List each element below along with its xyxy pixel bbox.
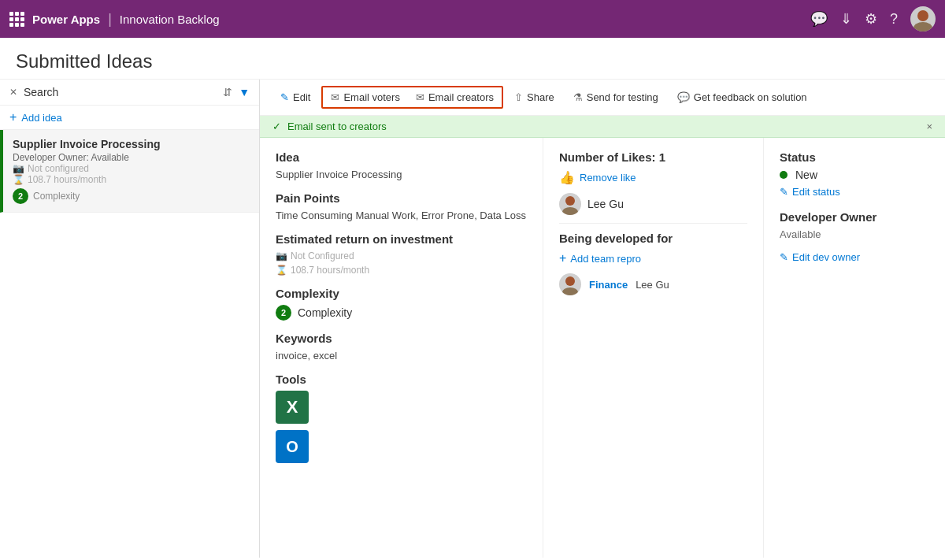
remove-like-button[interactable]: 👍 Remove like <box>559 170 747 185</box>
complexity-value-badge: 2 <box>276 305 291 321</box>
add-idea-button[interactable]: + Add idea <box>0 106 259 130</box>
waffle-icon[interactable] <box>9 12 24 27</box>
share-icon: ⇧ <box>514 91 523 103</box>
edit-status-button[interactable]: ✎ Edit status <box>780 186 929 198</box>
team-avatar <box>559 273 581 295</box>
estimated-return-label: Estimated return on investment <box>276 232 527 246</box>
dev-owner-value: Available <box>780 228 929 240</box>
excel-tool-icon: X <box>276 391 309 424</box>
plus-icon-2: + <box>559 251 566 265</box>
team-person: Lee Gu <box>636 279 669 291</box>
detail-body: Idea Supplier Invoice Processing Pain Po… <box>260 138 945 558</box>
page-title-bar: Submitted Ideas <box>0 38 945 80</box>
checkmark-icon: ✓ <box>272 121 281 132</box>
estimated-not-configured: 📷 Not Configured <box>276 250 527 261</box>
sidebar: ✕ Search ⇵ ▼ + Add idea Supplier Invoice… <box>0 80 260 558</box>
user-avatar[interactable] <box>910 6 936 32</box>
idea-title: Supplier Invoice Processing <box>13 138 250 150</box>
banner-close-button[interactable]: × <box>926 121 932 132</box>
thumbs-up-icon: 👍 <box>559 170 575 185</box>
feedback-icon: 💬 <box>677 91 690 103</box>
search-clear-icon[interactable]: ✕ <box>9 87 17 98</box>
success-message: Email sent to creators <box>287 121 387 132</box>
voter-name: Lee Gu <box>587 198 624 210</box>
complexity-label-sidebar: Complexity <box>33 191 80 202</box>
email-creators-icon: ✉ <box>416 91 424 103</box>
add-idea-label: Add idea <box>21 112 61 124</box>
voter-avatar <box>559 193 581 215</box>
filter-icon[interactable]: ▼ <box>239 86 250 98</box>
email-voters-button[interactable]: ✉ Email voters <box>323 87 408 107</box>
svg-point-4 <box>565 276 575 286</box>
hourglass-icon-2: ⌛ <box>276 265 287 276</box>
hourglass-icon: ⌛ <box>13 174 24 185</box>
voter-row: Lee Gu <box>559 193 747 215</box>
flask-icon: ⚗ <box>573 91 583 103</box>
pain-points-label: Pain Points <box>276 191 527 205</box>
keywords-value: invoice, excel <box>276 350 527 362</box>
help-icon[interactable]: ? <box>890 11 898 28</box>
chat-icon[interactable]: 💬 <box>810 10 828 28</box>
idea-dev-owner: Developer Owner: Available <box>13 152 250 163</box>
status-row: New <box>780 169 929 181</box>
complexity-badge: 2 <box>13 188 28 204</box>
nav-app-name: Innovation Backlog <box>120 13 220 26</box>
detail-center: Number of Likes: 1 👍 Remove like Lee Gu … <box>543 138 764 558</box>
edit-dev-owner-button[interactable]: ✎ Edit dev owner <box>780 251 929 263</box>
edit-icon: ✎ <box>280 91 289 103</box>
complexity-section-label: Complexity <box>276 287 527 300</box>
share-button[interactable]: ⇧ Share <box>506 87 562 107</box>
plus-icon: + <box>9 110 17 124</box>
tools-list: X O <box>276 391 527 466</box>
get-feedback-button[interactable]: 💬 Get feedback on solution <box>669 87 815 107</box>
detail-right: Status New ✎ Edit status Developer Owner… <box>764 138 945 558</box>
divider <box>559 223 747 224</box>
tools-label: Tools <box>276 373 527 386</box>
top-nav: Power Apps | Innovation Backlog 💬 ⇓ ⚙ ? <box>0 0 945 38</box>
camera-icon: 📷 <box>13 163 24 174</box>
sidebar-toolbar: ✕ Search ⇵ ▼ <box>0 80 259 106</box>
being-dev-header: Being developed for <box>559 232 747 245</box>
main-layout: ✕ Search ⇵ ▼ + Add idea Supplier Invoice… <box>0 80 945 558</box>
settings-icon[interactable]: ⚙ <box>865 10 877 28</box>
pencil-icon: ✎ <box>780 186 788 198</box>
email-creators-button[interactable]: ✉ Email creators <box>408 87 502 107</box>
team-name[interactable]: Finance <box>589 279 628 291</box>
outlook-tool-icon: O <box>276 430 309 463</box>
likes-header: Number of Likes: 1 <box>559 150 747 164</box>
camera-icon-2: 📷 <box>276 250 287 261</box>
pain-points-value: Time Consuming Manual Work, Error Prone,… <box>276 210 527 221</box>
team-row: Finance Lee Gu <box>559 273 747 295</box>
send-for-testing-button[interactable]: ⚗ Send for testing <box>565 87 666 107</box>
action-bar: ✎ Edit ✉ Email voters ✉ Email creators ⇧… <box>260 80 945 116</box>
idea-not-configured: 📷 Not configured <box>13 163 250 174</box>
svg-point-1 <box>914 22 932 32</box>
content-area: ✎ Edit ✉ Email voters ✉ Email creators ⇧… <box>260 80 945 558</box>
email-voters-icon: ✉ <box>331 91 339 103</box>
idea-hours: ⌛ 108.7 hours/month <box>13 174 250 185</box>
status-dot <box>780 171 788 179</box>
edit-button[interactable]: ✎ Edit <box>272 87 318 107</box>
status-label: Status <box>780 150 929 164</box>
dev-owner-label: Developer Owner <box>780 210 929 224</box>
pencil-icon-2: ✎ <box>780 251 788 263</box>
search-label: Search <box>24 86 217 98</box>
sort-icon[interactable]: ⇵ <box>223 86 232 98</box>
complexity-value-text: Complexity <box>298 306 352 319</box>
nav-separator: | <box>108 11 112 28</box>
status-value: New <box>795 169 817 181</box>
add-team-button[interactable]: + Add team repro <box>559 251 747 265</box>
svg-point-5 <box>562 287 578 295</box>
complexity-row: 2 Complexity <box>276 305 527 321</box>
success-banner: ✓ Email sent to creators × <box>260 116 945 138</box>
svg-point-0 <box>917 10 928 21</box>
download-icon[interactable]: ⇓ <box>840 10 852 28</box>
svg-point-2 <box>565 196 575 206</box>
svg-point-3 <box>562 207 578 215</box>
nav-brand: Power Apps <box>32 13 100 26</box>
detail-left: Idea Supplier Invoice Processing Pain Po… <box>260 138 543 558</box>
idea-list-item[interactable]: Supplier Invoice Processing Developer Ow… <box>0 130 259 213</box>
idea-section-label: Idea <box>276 150 527 164</box>
page-title: Submitted Ideas <box>16 50 929 72</box>
idea-section-value: Supplier Invoice Processing <box>276 169 527 180</box>
